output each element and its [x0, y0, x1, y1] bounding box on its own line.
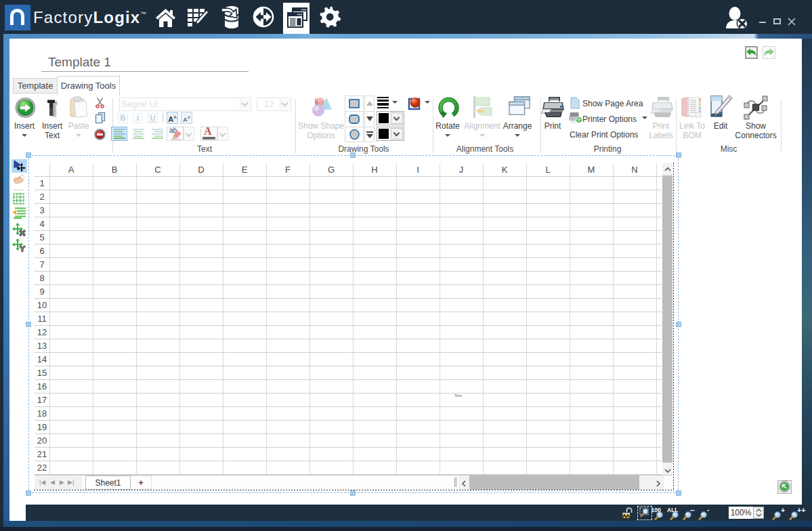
svg-text:ALL: ALL: [667, 507, 679, 513]
svg-text:--: --: [690, 506, 695, 513]
svg-text:+: +: [781, 506, 785, 514]
svg-text:100: 100: [651, 507, 661, 513]
svg-text:++: ++: [797, 506, 805, 514]
svg-text:-: -: [707, 506, 709, 513]
